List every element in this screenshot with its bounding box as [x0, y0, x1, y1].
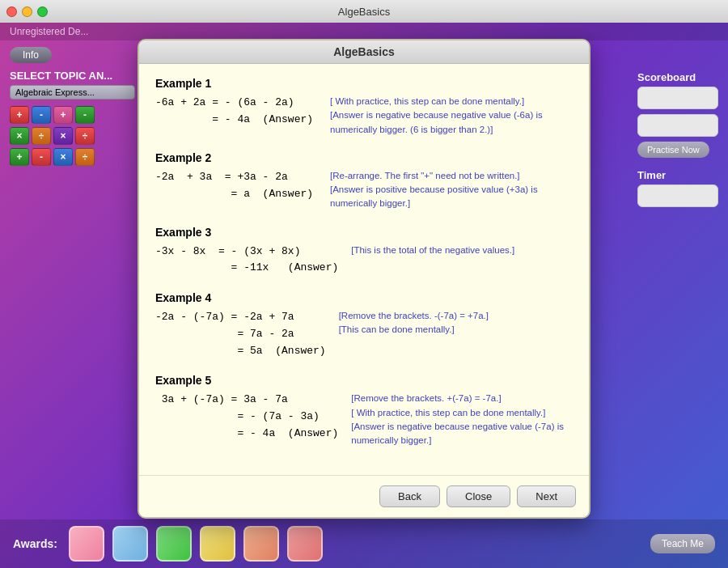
example-5-content: 3a + (-7a) = 3a - 7a = - (7a - 3a) = - 4…: [155, 392, 573, 447]
example-2-math-line-1: -2a + 3a = +3a - 2a: [155, 169, 317, 186]
example-4-math-line-3: = 5a (Answer): [155, 343, 326, 360]
titlebar: AlgeBasics: [0, 0, 728, 23]
example-4-block: Example 4 -2a - (-7a) = -2a + 7a = 7a - …: [155, 291, 573, 359]
example-5-math-line-2: = - (7a - 3a): [155, 409, 338, 426]
example-1-content: -6a + 2a = - (6a - 2a) = - 4a (Answer) […: [155, 95, 573, 137]
app-title: AlgeBasics: [338, 6, 390, 18]
modal-footer: Back Close Next: [139, 475, 589, 517]
example-1-title: Example 1: [155, 77, 573, 90]
example-2-note-1: [Re-arrange. The first "+" need not be w…: [330, 169, 573, 183]
example-3-note-1: [This is the total of the negative value…: [351, 244, 573, 257]
example-3-content: -3x - 8x = - (3x + 8x) = -11x (Answer) […: [155, 244, 573, 278]
example-4-content: -2a - (-7a) = -2a + 7a = 7a - 2a = 5a (A…: [155, 309, 573, 359]
close-button[interactable]: Close: [447, 485, 510, 507]
example-4-title: Example 4: [155, 291, 573, 304]
example-5-note-3: [Answer is negative because negative val…: [351, 420, 573, 448]
example-5-note-1: [Remove the brackets. +(-7a) = -7a.]: [351, 392, 573, 405]
example-2-math: -2a + 3a = +3a - 2a = a (Answer): [155, 169, 317, 203]
example-2-math-line-2: = a (Answer): [155, 186, 317, 203]
example-5-block: Example 5 3a + (-7a) = 3a - 7a = - (7a -…: [155, 374, 573, 447]
example-3-math-line-1: -3x - 8x = - (3x + 8x): [155, 244, 338, 261]
close-window-button[interactable]: [6, 6, 17, 17]
example-4-math-line-1: -2a - (-7a) = -2a + 7a: [155, 309, 326, 326]
window-buttons: [6, 6, 48, 17]
example-1-note-2: [Answer is negative because negative val…: [330, 108, 573, 137]
back-button[interactable]: Back: [379, 485, 440, 507]
example-2-note-2: [Answer is positive because positive val…: [330, 183, 573, 211]
example-1-notes: [ With practice, this step can be done m…: [330, 95, 573, 137]
example-2-content: -2a + 3a = +3a - 2a = a (Answer) [Re-arr…: [155, 169, 573, 211]
example-2-block: Example 2 -2a + 3a = +3a - 2a = a (Answe…: [155, 151, 573, 211]
example-5-notes: [Remove the brackets. +(-7a) = -7a.] [ W…: [351, 392, 573, 447]
minimize-window-button[interactable]: [22, 6, 32, 17]
example-3-block: Example 3 -3x - 8x = - (3x + 8x) = -11x …: [155, 226, 573, 278]
example-3-math-line-2: = -11x (Answer): [155, 260, 338, 277]
example-1-math-line-1: -6a + 2a = - (6a - 2a): [155, 95, 317, 112]
example-4-notes: [Remove the brackets. -(-7a) = +7a.] [Th…: [339, 309, 573, 337]
example-3-title: Example 3: [155, 226, 573, 239]
example-5-math-line-1: 3a + (-7a) = 3a - 7a: [155, 392, 338, 409]
example-5-math: 3a + (-7a) = 3a - 7a = - (7a - 3a) = - 4…: [155, 392, 338, 442]
example-4-note-1: [Remove the brackets. -(-7a) = +7a.]: [339, 309, 573, 323]
example-2-title: Example 2: [155, 151, 573, 164]
example-4-math: -2a - (-7a) = -2a + 7a = 7a - 2a = 5a (A…: [155, 309, 326, 359]
example-3-notes: [This is the total of the negative value…: [351, 244, 573, 257]
example-4-note-2: [This can be done mentally.]: [339, 323, 573, 337]
example-1-math: -6a + 2a = - (6a - 2a) = - 4a (Answer): [155, 95, 317, 129]
example-1-note-1: [ With practice, this step can be done m…: [330, 95, 573, 108]
modal-dialog: AlgeBasics Example 1 -6a + 2a = - (6a - …: [138, 39, 590, 519]
example-1-block: Example 1 -6a + 2a = - (6a - 2a) = - 4a …: [155, 77, 573, 137]
example-3-math: -3x - 8x = - (3x + 8x) = -11x (Answer): [155, 244, 338, 278]
example-5-note-2: [ With practice, this step can be done m…: [351, 406, 573, 420]
maximize-window-button[interactable]: [37, 6, 48, 17]
next-button[interactable]: Next: [517, 485, 576, 507]
example-5-title: Example 5: [155, 374, 573, 387]
example-4-math-line-2: = 7a - 2a: [155, 326, 326, 343]
example-5-math-line-3: = - 4a (Answer): [155, 426, 338, 443]
modal-body: Example 1 -6a + 2a = - (6a - 2a) = - 4a …: [139, 64, 589, 475]
modal-title: AlgeBasics: [139, 40, 589, 64]
modal-overlay: AlgeBasics Example 1 -6a + 2a = - (6a - …: [0, 23, 728, 568]
example-2-notes: [Re-arrange. The first "+" need not be w…: [330, 169, 573, 211]
example-1-math-line-2: = - 4a (Answer): [155, 112, 317, 129]
